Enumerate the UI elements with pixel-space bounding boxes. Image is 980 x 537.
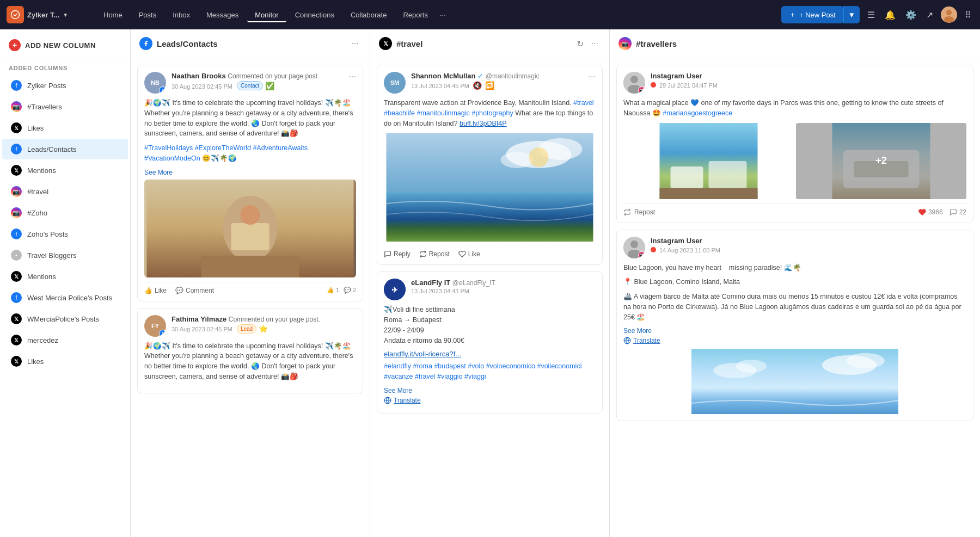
post-image-2: +2 — [796, 123, 966, 199]
sidebar-item-label: mercedez — [27, 336, 58, 344]
svg-point-7 — [241, 205, 260, 225]
dropdown-arrow-icon[interactable]: ▼ — [63, 12, 68, 18]
svg-point-34 — [847, 353, 885, 368]
bell-icon[interactable]: 🔔 — [883, 8, 898, 22]
sidebar-item-travel[interactable]: 📷 #travel — [2, 181, 128, 202]
post-author-line: Fathima Yilmaze Commented on your page p… — [171, 315, 356, 323]
menu-icon[interactable]: ☰ — [865, 8, 877, 22]
nav-reports[interactable]: Reports — [395, 8, 436, 22]
refresh-button[interactable]: ↻ — [574, 38, 586, 50]
sidebar-item-mercedez[interactable]: 𝕏 mercedez — [2, 330, 128, 350]
post-author-name: Fathima Yilmaze — [171, 315, 226, 323]
column-body: 📷 Instagram User 29 Jul 2021 04:47 PM — [610, 58, 980, 537]
svg-rect-8 — [201, 256, 299, 277]
see-more-link[interactable]: See More — [623, 327, 652, 335]
facebook-icon: f — [11, 229, 22, 239]
post-meta: eLandFly IT @eLandFly_IT 13 Jul 2023 04:… — [411, 279, 596, 295]
sidebar-item-likes2[interactable]: 𝕏 Likes — [2, 351, 128, 372]
nav-messages[interactable]: Messages — [199, 8, 246, 22]
instagram-column-icon: 📷 — [618, 37, 632, 50]
post-card: ✈ eLandFly IT @eLandFly_IT 13 Jul 2023 0… — [377, 271, 603, 413]
user-avatar[interactable] — [941, 7, 957, 23]
column-header: Leads/Contacts ··· — [131, 29, 370, 58]
nav-collaborate[interactable]: Collaborate — [343, 8, 395, 22]
sidebar-item-mentions[interactable]: 𝕏 Mentions — [2, 160, 128, 181]
sidebar-item-travellers[interactable]: 📷 #Travellers — [2, 96, 128, 117]
twitter-icon: 𝕏 — [11, 165, 22, 176]
translate-link[interactable]: Translate — [384, 397, 596, 404]
nav-inbox[interactable]: Inbox — [165, 8, 198, 22]
sidebar-item-label: Zylker Posts — [27, 82, 66, 90]
nav-connections[interactable]: Connections — [287, 8, 342, 22]
post-time-row: 14 Aug 2023 11:00 PM — [651, 246, 966, 254]
repost-label[interactable]: Repost — [634, 208, 655, 216]
nav-posts[interactable]: Posts — [131, 8, 164, 22]
sidebar-item-mentions2[interactable]: 𝕏 Mentions — [2, 266, 128, 287]
like-button[interactable]: 👍 Like — [144, 287, 167, 294]
svg-point-2 — [946, 10, 952, 15]
comment-button[interactable]: 💬 Comment — [175, 287, 214, 294]
added-columns-label: ADDED COLUMNS — [0, 59, 130, 75]
settings-icon[interactable]: ⚙️ — [903, 8, 918, 22]
post-header: SM Shannon McMullan ✓ @manitoulinmagic 1… — [384, 72, 596, 94]
sidebar-item-label: Mentions — [27, 273, 56, 281]
post-time: 30 Aug 2023 02:45 PM — [171, 326, 232, 332]
see-more-link[interactable]: See More — [384, 387, 412, 394]
top-navigation: Zylker T... ▼ Home Posts Inbox Messages … — [0, 0, 980, 29]
nav-more-icon[interactable]: ··· — [437, 8, 449, 22]
post-header: 📷 Instagram User 14 Aug 2023 11:00 PM — [623, 237, 966, 258]
post-location: 📍 Blue Lagoon, Comino Island, Malta — [623, 277, 966, 287]
apps-icon[interactable]: ⠿ — [963, 8, 973, 22]
see-more-link[interactable]: See More — [144, 169, 173, 176]
sidebar-item-leads[interactable]: f Leads/Contacts — [2, 139, 128, 159]
translate-link[interactable]: Translate — [623, 337, 966, 344]
post-image-bg — [144, 180, 356, 277]
svg-point-19 — [630, 76, 638, 83]
post-image-1 — [623, 123, 794, 199]
column-more-button[interactable]: ··· — [350, 38, 361, 50]
add-new-column-button[interactable]: + ADD NEW COLUMN — [0, 29, 130, 59]
repost-button[interactable]: Repost — [419, 250, 450, 258]
sidebar-item-zoho-posts[interactable]: f Zoho's Posts — [2, 224, 128, 244]
new-post-button[interactable]: ＋ + New Post — [781, 6, 843, 23]
share-icon[interactable]: ↗ — [924, 8, 935, 22]
new-post-dropdown-button[interactable]: ▼ — [843, 6, 860, 23]
sidebar-item-label: Zoho's Posts — [27, 230, 68, 238]
post-hashtag-link[interactable]: #marianagoestogreece — [663, 109, 732, 117]
post-meta: Shannon McMullan ✓ @manitoulinmagic 13 J… — [411, 72, 583, 90]
sidebar-item-travel-bloggers[interactable]: • Travel Bloggers — [2, 245, 128, 266]
nav-home[interactable]: Home — [96, 8, 130, 22]
plus-icon: ＋ — [789, 10, 796, 20]
sidebar-item-likes[interactable]: 𝕏 Likes — [2, 118, 128, 138]
comments-count: 22 — [959, 208, 966, 216]
instagram-icon: 📷 — [11, 101, 22, 112]
post-author-name: Shannon McMullan — [411, 72, 475, 80]
post-body: Transparent wave action at Providence Ba… — [384, 98, 596, 128]
post-meta: Instagram User 29 Jul 2021 04:47 PM — [651, 72, 966, 89]
sidebar-item-zoho[interactable]: 📷 #Zoho — [2, 202, 128, 223]
post-link[interactable]: buff.ly/3pDBI4P — [460, 120, 507, 127]
reply-button[interactable]: Reply — [384, 250, 411, 258]
twitter-icon: 𝕏 — [11, 122, 22, 133]
like-button[interactable]: Like — [458, 250, 480, 258]
post-avatar: 📷 — [623, 237, 645, 258]
repost-action: Repost — [623, 208, 655, 216]
post-link[interactable]: elandfly.it/voli-ricerca?f... — [384, 350, 461, 358]
post-card: NB f Naathan Brooks Commented on your pa… — [137, 65, 363, 301]
sidebar-item-zylker-posts[interactable]: f Zylker Posts — [2, 75, 128, 96]
column-body: NB f Naathan Brooks Commented on your pa… — [131, 58, 370, 537]
post-author-name: eLandFly IT — [411, 279, 450, 287]
post-header: FY f Fathima Yilmaze Commented on your p… — [144, 315, 356, 337]
sidebar-item-wmercia[interactable]: 𝕏 WMerciaPolice's Posts — [2, 308, 128, 329]
nav-monitor[interactable]: Monitor — [247, 8, 286, 22]
app-logo[interactable]: Zylker T... ▼ — [7, 6, 94, 23]
sidebar-item-label: Leads/Contacts — [27, 145, 76, 153]
twitter-icon: 𝕏 — [11, 335, 22, 345]
sidebar-item-west-mercia[interactable]: f West Mercia Police's Posts — [2, 287, 128, 308]
post-more-button[interactable]: ··· — [589, 72, 596, 82]
facebook-icon: f — [11, 144, 22, 155]
column-more-button[interactable]: ··· — [589, 38, 601, 50]
post-more-button[interactable]: ··· — [349, 72, 356, 82]
post-body: What a magical place 💙 one of my favorit… — [623, 98, 966, 119]
lead-badge: Lead — [237, 324, 256, 334]
